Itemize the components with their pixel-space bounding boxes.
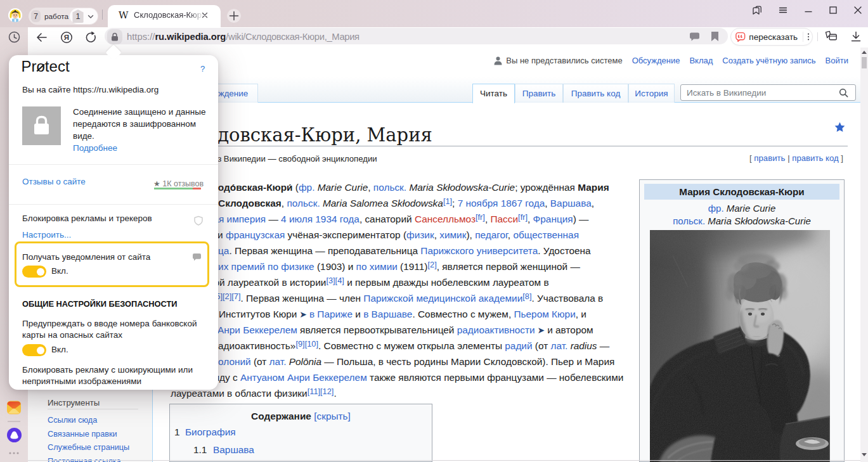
article-link[interactable]: педагог [475,229,508,240]
reference-link[interactable]: [2] [427,260,436,269]
article-link[interactable]: радий [505,340,532,351]
toc-hide-link[interactable]: [скрыть] [314,411,351,421]
back-button[interactable] [36,31,48,44]
chevron-down-icon[interactable] [87,13,94,20]
article-link[interactable]: 4 июля [281,214,313,224]
article-redlink[interactable]: Санселльмоз [415,214,476,224]
article-link[interactable]: Варшава [550,198,592,209]
article-link[interactable]: 1867 года [501,198,545,209]
article-link[interactable]: французская [226,229,285,240]
marie-curie-photo[interactable] [650,230,830,462]
profile-avatar[interactable] [8,8,22,22]
reload-button[interactable] [84,31,97,44]
personal-talk-link[interactable]: Обсуждение [632,56,680,65]
collections-icon[interactable] [824,30,838,43]
article-link[interactable]: Франция [533,214,573,224]
site-security-button[interactable] [107,29,122,44]
edit-link[interactable]: править [754,153,785,163]
page-scrollbar[interactable] [860,48,868,462]
history-clock-icon[interactable] [8,31,20,43]
article-line-10: Антуаном Анри Беккерелем является первоо… [171,322,593,338]
toc-link[interactable]: Варшава [213,444,254,456]
rephrase-more-icon[interactable] [805,32,812,42]
scrollbar-thumb[interactable] [862,57,867,68]
toc-link[interactable]: Биография [185,427,236,438]
active-tab[interactable]: W Склодовская-Кюри, Ма [108,5,221,27]
alice-icon[interactable] [7,428,22,442]
notifications-toggle[interactable] [22,266,46,278]
reference-link[interactable]: [11][12] [308,387,334,396]
popup-configure-link[interactable]: Настроить... [22,230,71,240]
reference-link[interactable]: [fr] [476,212,485,222]
article-link[interactable]: химик [439,229,466,240]
scrollbar-up-arrow[interactable] [862,51,867,54]
article-link[interactable]: Пьером Кюри [514,309,575,319]
article-link[interactable]: в Варшаве [363,309,412,319]
language-link[interactable]: польск. [673,215,705,226]
wiki-tab-read[interactable]: Читать [472,84,515,103]
reference-link[interactable]: [9][10] [295,339,318,349]
article-line-11: термина «радиоактивность»[9][10]. Совмес… [166,338,609,354]
yandex-mail-icon[interactable] [7,401,21,414]
sidebar-link[interactable]: Связанные правки [48,430,117,439]
user-icon [493,56,503,65]
article-link[interactable]: Парижского университета [420,245,538,256]
maximize-button[interactable] [829,6,838,15]
article-link[interactable]: лат. [269,356,287,367]
article-link[interactable]: 1934 года [315,214,360,224]
popup-details-link[interactable]: Подробнее [73,142,117,154]
wiki-search-box[interactable]: Искать в Википедии [680,84,856,101]
close-button[interactable] [853,6,862,15]
popup-help-link[interactable]: ? [200,64,205,74]
downloads-icon[interactable] [850,31,862,42]
personal-create-account-link[interactable]: Создать учётную запись [722,56,815,65]
sidebar-link[interactable]: Ссылки сюда [48,416,97,425]
personal-login-link[interactable]: Войти [826,56,848,65]
tab-group[interactable]: 7 работа 1 [29,8,98,25]
language-link[interactable]: фр. [708,203,724,214]
tab-close-icon[interactable] [200,11,209,20]
popup-reviews-link[interactable]: Отзывы о сайте [22,177,86,186]
article-link[interactable]: 7 ноября [458,198,498,209]
sidebar-link[interactable]: Постоянная ссылка [48,457,121,462]
comments-icon[interactable] [689,32,700,42]
search-icon[interactable] [839,88,848,98]
article-link[interactable]: Антуаном Анри Беккерелем [240,372,367,383]
wiki-tab-edit[interactable]: Править [515,84,563,103]
reference-link[interactable]: [fr] [518,212,528,222]
edit-code-link[interactable]: править код [792,153,838,163]
side-panel-icon[interactable] [753,6,761,15]
strip-more-icon[interactable] [8,451,20,455]
url-text[interactable]: https://ru.wikipedia.org/wiki/Склодовска… [127,32,360,42]
article-link[interactable]: в Париже [309,309,353,319]
rephrase-button[interactable]: пересказать [730,28,813,46]
minimize-button[interactable] [804,6,813,15]
article-link[interactable]: фр. [299,182,315,193]
sidebar-link[interactable]: Служебные страницы [48,443,129,452]
wiki-tab-history[interactable]: История [628,84,675,103]
popup-lock-tile [22,106,61,145]
yandex-button[interactable]: Я [60,31,73,44]
reference-link[interactable]: [1] [443,196,452,206]
menu-icon[interactable] [779,6,787,15]
popup-bank-warning-line1: Предупреждать о вводе номера банковской [22,319,197,328]
wiki-tab-edit-source[interactable]: Править код [563,84,628,103]
article-link[interactable]: польск. [287,198,320,209]
article-link[interactable]: радиоактивности [457,324,535,335]
reference-link[interactable]: [3][4] [326,276,344,285]
bank-warning-toggle[interactable] [22,344,46,356]
article-link[interactable]: лат. [551,340,568,351]
scrollbar-down-arrow[interactable] [862,453,867,456]
article-link[interactable]: физик [406,229,434,240]
article-link[interactable]: по химии [356,261,398,272]
article-redlink[interactable]: Пасси [490,214,518,224]
article-link[interactable]: общественная [513,229,579,240]
reference-link[interactable]: [8] [522,292,531,301]
watchlist-star-icon[interactable] [834,122,845,132]
article-link[interactable]: польск. [373,182,406,193]
article-link[interactable]: Парижской медицинской академии [363,293,522,304]
article-link[interactable]: полоний [213,356,251,367]
personal-contribs-link[interactable]: Вклад [689,56,713,65]
bookmark-icon[interactable] [711,31,719,42]
new-tab-button[interactable] [227,9,241,23]
